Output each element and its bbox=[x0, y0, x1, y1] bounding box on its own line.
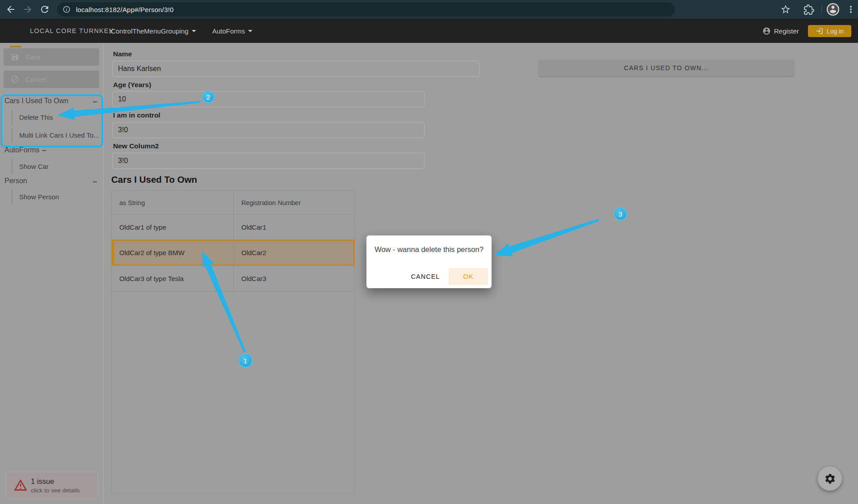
profile-avatar[interactable] bbox=[827, 3, 839, 16]
login-button[interactable]: Log in bbox=[808, 25, 851, 37]
chevron-down-icon bbox=[248, 30, 252, 32]
column-header-registration[interactable]: Registration Number bbox=[234, 191, 354, 214]
sidebar-item-show-car[interactable]: Show Car bbox=[12, 159, 99, 174]
table-row-selected[interactable]: OldCar2 of type BMW OldCar2 bbox=[112, 240, 354, 266]
nav-menu-autoforms[interactable]: AutoForms bbox=[212, 19, 252, 43]
sidebar-item-multi-link[interactable]: Multi Link Cars I Used To... bbox=[12, 128, 99, 143]
issues-banner[interactable]: 1 issue click to see details bbox=[5, 472, 98, 499]
nav-menu-grouping[interactable]: IControlTheMenuGrouping bbox=[109, 19, 196, 43]
dialog-cancel-button[interactable]: CANCEL bbox=[406, 268, 445, 285]
cars-table: as String Registration Number OldCar1 of… bbox=[111, 190, 355, 493]
person-icon bbox=[762, 27, 771, 35]
app-root: localhost:8182/App#/Person/3!0 LOCAL COR… bbox=[0, 0, 858, 504]
age-label: Age (Years) bbox=[113, 81, 151, 89]
new-column2-field[interactable] bbox=[112, 153, 425, 169]
annotation-arrow-3 bbox=[493, 219, 599, 256]
cancel-button[interactable]: Cancel bbox=[4, 71, 99, 88]
table-row[interactable]: OldCar3 of type Tesla OldCar3 bbox=[112, 266, 354, 292]
sidebar-divider bbox=[103, 43, 104, 504]
collapse-caret-icon bbox=[42, 150, 46, 151]
browser-menu-icon[interactable] bbox=[845, 4, 856, 15]
column-header-as-string[interactable]: as String bbox=[112, 191, 234, 214]
new-column2-label: New Column2 bbox=[113, 142, 159, 150]
cars-i-used-to-own-button[interactable]: CARS I USED TO OWN... bbox=[538, 59, 794, 76]
url-text[interactable]: localhost:8182/App#/Person/3!0 bbox=[76, 6, 174, 13]
chevron-down-icon bbox=[192, 30, 196, 32]
extensions-icon[interactable] bbox=[803, 4, 813, 14]
reload-icon[interactable] bbox=[39, 4, 50, 15]
toolbar-separator bbox=[821, 5, 822, 13]
save-button[interactable]: Save bbox=[4, 48, 99, 66]
control-label: I am in control bbox=[113, 111, 160, 119]
login-icon bbox=[816, 27, 823, 35]
sidebar-group-person[interactable]: Person bbox=[4, 177, 27, 185]
sidebar-item-show-person[interactable]: Show Person bbox=[12, 189, 99, 205]
settings-fab[interactable] bbox=[818, 466, 842, 491]
name-label: Name bbox=[113, 50, 132, 58]
dialog-message: Wow - wanna delete this person? bbox=[366, 245, 492, 254]
control-field[interactable] bbox=[112, 122, 425, 138]
register-button[interactable]: Register bbox=[762, 19, 799, 43]
sidebar-item-delete-this[interactable]: Delete This bbox=[12, 110, 99, 125]
table-row[interactable]: OldCar1 of type OldCar1 bbox=[112, 215, 354, 240]
save-floppy-icon bbox=[11, 53, 19, 61]
app-title: LOCAL CORE TURNKEY bbox=[30, 19, 114, 43]
forward-icon[interactable] bbox=[22, 4, 33, 15]
gear-icon bbox=[824, 473, 836, 485]
issue-count: 1 issue bbox=[31, 477, 54, 486]
address-bar[interactable]: localhost:8182/App#/Person/3!0 bbox=[57, 2, 675, 17]
browser-chrome: localhost:8182/App#/Person/3!0 bbox=[0, 0, 858, 19]
dialog-ok-button[interactable]: OK bbox=[449, 268, 488, 285]
confirm-delete-dialog: Wow - wanna delete this person? CANCEL O… bbox=[366, 235, 492, 288]
collapse-caret-icon[interactable] bbox=[93, 181, 97, 182]
name-field[interactable] bbox=[112, 61, 479, 77]
back-icon[interactable] bbox=[5, 4, 16, 15]
block-icon bbox=[11, 75, 19, 84]
site-info-icon[interactable] bbox=[63, 5, 71, 13]
sidebar-group-autoforms[interactable]: AutoForms bbox=[4, 146, 46, 154]
sidebar-group-cars[interactable]: Cars I Used To Own bbox=[4, 97, 68, 105]
warning-triangle-icon bbox=[13, 478, 28, 492]
collapse-caret-icon[interactable] bbox=[93, 101, 97, 102]
annotation-badge-3: 3 bbox=[614, 207, 627, 221]
section-title: Cars I Used To Own bbox=[111, 174, 197, 185]
age-field[interactable] bbox=[112, 91, 425, 107]
table-header-row: as String Registration Number bbox=[112, 191, 354, 215]
bookmark-star-icon[interactable] bbox=[780, 4, 791, 15]
issue-subtitle: click to see details bbox=[31, 487, 80, 494]
